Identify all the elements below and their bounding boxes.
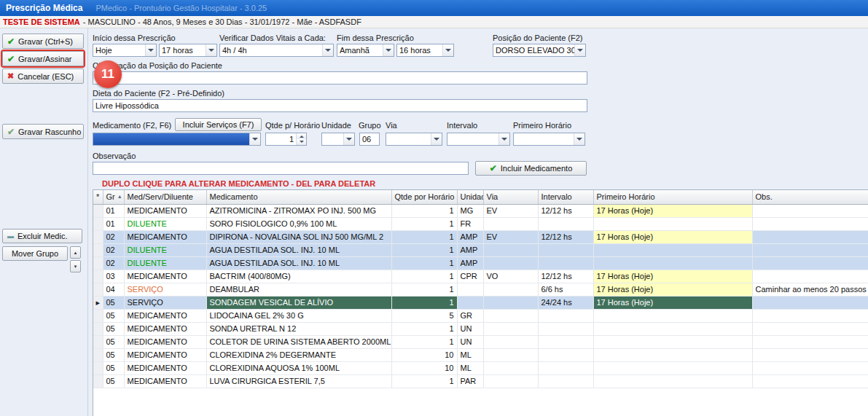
table-row[interactable]: 02MEDICAMENTODIPIRONA - NOVALGINA SOL IN… xyxy=(93,230,868,243)
minus-icon: ▬ xyxy=(7,233,14,240)
gravar-assinar-button[interactable]: ✔ Gravar/Assinar xyxy=(2,51,84,66)
cell-medicamento: CLOREXIDINA 2% DEGERMANTE xyxy=(206,348,391,361)
dados-vitais-combo[interactable]: 4h / 4h xyxy=(219,44,334,57)
primeiro-horario-label: Primeiro Horário xyxy=(513,121,571,130)
dieta-input[interactable] xyxy=(93,99,587,112)
table-row[interactable]: 04SERVIÇODEAMBULAR16/6 hs17 Horas (Hoje)… xyxy=(93,283,868,296)
header-medicamento[interactable]: Medicamento xyxy=(206,190,391,204)
posicao-paciente-combo[interactable]: DORSO ELEVADO 30 G xyxy=(493,44,586,57)
gravar-label: Gravar (Ctrl+S) xyxy=(18,37,73,46)
table-row[interactable]: 05MEDICAMENTOCLOREXIDINA 2% DEGERMANTE10… xyxy=(93,348,868,361)
cell-unidade: AMP xyxy=(457,256,483,270)
cell-intervalo xyxy=(538,309,593,322)
cell-grupo: 02 xyxy=(103,243,124,256)
header-intervalo[interactable]: Intervalo xyxy=(538,190,593,204)
prescription-table: * Gr▲ Med/Serv/Diluente Medicamento Qtde… xyxy=(93,190,868,388)
cell-grupo: 05 xyxy=(103,348,124,361)
inicio-dia-combo[interactable]: Hoje xyxy=(93,44,157,57)
grupo-input[interactable] xyxy=(359,133,380,146)
fim-dia-combo[interactable]: Amanhã xyxy=(337,44,394,57)
table-row[interactable]: 02DILUENTEAGUA DESTILADA SOL. INJ. 10 ML… xyxy=(93,243,868,256)
cell-obs xyxy=(752,348,868,361)
table-row[interactable]: 02DILUENTEAGUA DESTILADA SOL. INJ. 10 ML… xyxy=(93,256,868,270)
unidade-combo[interactable] xyxy=(321,133,355,146)
observacao-input[interactable] xyxy=(93,162,469,175)
cell-grupo: 05 xyxy=(103,309,124,322)
cell-qtde: 5 xyxy=(391,309,457,322)
inicio-hora-combo[interactable]: 17 horas xyxy=(159,44,217,57)
cell-obs: Caminhar ao menos 20 passos xyxy=(752,283,868,296)
cell-medicamento: BACTRIM (400/80MG) xyxy=(206,270,391,283)
cell-primeiro-horario xyxy=(593,217,752,230)
table-row[interactable]: 05MEDICAMENTOLIDOCAINA GEL 2% 30 G5GR xyxy=(93,309,868,322)
cell-primeiro-horario xyxy=(593,243,752,256)
cell-qtde: 10 xyxy=(391,348,457,361)
stepper-buttons[interactable] xyxy=(296,133,306,145)
fim-hora-combo[interactable]: 16 horas xyxy=(396,44,454,57)
table-row[interactable]: 03MEDICAMENTOBACTRIM (400/80MG)1CPRVO12/… xyxy=(93,270,868,283)
row-indicator xyxy=(93,243,103,256)
cancelar-label: Cancelar (ESC) xyxy=(17,72,74,81)
chevron-down-icon xyxy=(383,44,394,56)
medicamento-value xyxy=(93,133,249,145)
cell-obs xyxy=(752,243,868,256)
table-row[interactable]: ▸05SERVIÇOSONDAGEM VESICAL DE ALÍVIO124/… xyxy=(93,296,868,309)
cell-grupo: 05 xyxy=(103,322,124,335)
incluir-medicamento-label: Incluir Medicamento xyxy=(501,164,572,173)
row-indicator xyxy=(93,322,103,335)
mover-grupo-button[interactable]: Mover Grupo xyxy=(2,246,68,261)
incluir-medicamento-button[interactable]: ✔ Incluir Medicamento xyxy=(475,161,587,176)
header-gr[interactable]: Gr▲ xyxy=(103,190,124,204)
cell-qtde: 1 xyxy=(391,270,457,283)
header-primeiro-horario[interactable]: Primeiro Horário xyxy=(593,190,752,204)
cell-qtde: 1 xyxy=(391,374,457,388)
cell-via xyxy=(483,322,538,335)
gravar-rascunho-label: Gravar Rascunho xyxy=(18,127,81,136)
cell-tipo: MEDICAMENTO xyxy=(124,230,206,243)
excluir-medic-button[interactable]: ▬ Excluir Medic. xyxy=(2,229,82,243)
cell-via: EV xyxy=(483,204,538,217)
row-indicator xyxy=(93,361,103,374)
incluir-servicos-label: Incluir Serviços (F7) xyxy=(183,120,254,129)
stepper-down-icon[interactable] xyxy=(297,139,306,145)
table-row[interactable]: 05MEDICAMENTOLUVA CIRURGICA ESTERIL 7,51… xyxy=(93,374,868,388)
patient-details: - MASCULINO - 48 Anos, 9 Meses e 30 Dias… xyxy=(83,17,361,26)
cell-via xyxy=(483,256,538,270)
gravar-rascunho-button[interactable]: ✔ Gravar Rascunho xyxy=(2,124,84,139)
incluir-servicos-button[interactable]: Incluir Serviços (F7) xyxy=(175,118,262,131)
cancelar-button[interactable]: ✖ Cancelar (ESC) xyxy=(2,68,84,84)
header-med-serv-diluente[interactable]: Med/Serv/Diluente xyxy=(124,190,206,204)
header-unidade[interactable]: Unidade xyxy=(457,190,483,204)
header-qtde-por-horario[interactable]: Qtde por Horário xyxy=(391,190,457,204)
stepper-up-icon[interactable] xyxy=(297,133,306,139)
table-row[interactable]: 05MEDICAMENTOCOLETOR DE URINA SISTEMA AB… xyxy=(93,335,868,348)
cell-grupo: 05 xyxy=(103,335,124,348)
cell-qtde: 1 xyxy=(391,256,457,270)
arrow-up-icon: ▲ xyxy=(74,251,78,255)
cell-tipo: MEDICAMENTO xyxy=(124,309,206,322)
row-indicator xyxy=(93,348,103,361)
cell-unidade: ML xyxy=(457,361,483,374)
via-combo[interactable] xyxy=(386,133,442,146)
row-indicator xyxy=(93,270,103,283)
table-row[interactable]: 05MEDICAMENTOSONDA URETRAL N 121UN xyxy=(93,322,868,335)
move-up-button[interactable]: ▲ xyxy=(70,246,81,259)
move-down-button[interactable]: ▼ xyxy=(70,260,81,272)
grupo-label: Grupo xyxy=(359,121,381,130)
cell-qtde: 1 xyxy=(391,335,457,348)
medicamento-combo[interactable] xyxy=(93,133,261,146)
table-row[interactable]: 01DILUENTESORO FISIOLOGICO 0,9% 100 ML1F… xyxy=(93,217,868,230)
primeiro-horario-combo[interactable] xyxy=(513,133,585,146)
obs-posicao-input[interactable] xyxy=(93,71,587,85)
header-via[interactable]: Via xyxy=(483,190,538,204)
header-obs[interactable]: Obs. xyxy=(752,190,868,204)
fim-dia-value: Amanhã xyxy=(337,44,383,56)
cell-intervalo: 6/6 hs xyxy=(538,283,593,296)
qtde-stepper[interactable]: 1 xyxy=(265,133,307,146)
intervalo-combo[interactable] xyxy=(447,133,510,146)
table-row[interactable]: 05MEDICAMENTOCLOREXIDINA AQUOSA 1% 100ML… xyxy=(93,361,868,374)
cell-unidade: FR xyxy=(457,217,483,230)
gravar-button[interactable]: ✔ Gravar (Ctrl+S) xyxy=(2,34,84,49)
cell-tipo: MEDICAMENTO xyxy=(124,270,206,283)
table-row[interactable]: 01MEDICAMENTOAZITROMICINA - ZITROMAX PO … xyxy=(93,204,868,217)
